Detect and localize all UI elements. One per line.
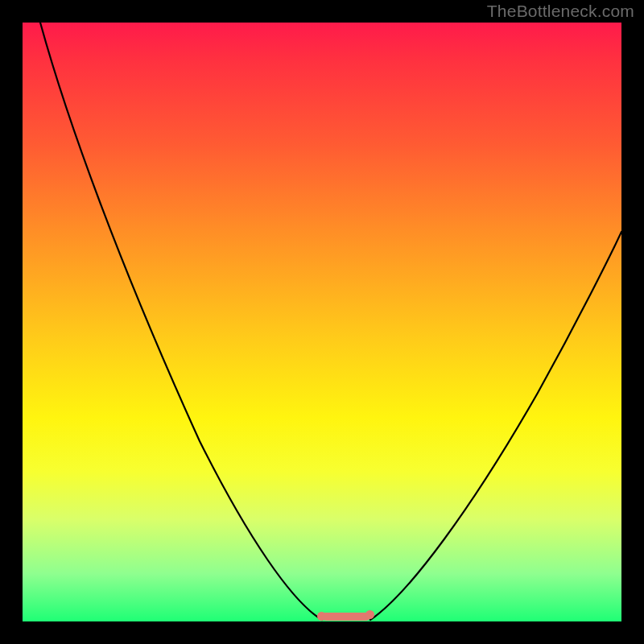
chart-container xyxy=(0,0,644,644)
chart-plot-area xyxy=(23,23,621,621)
curve-left-branch xyxy=(40,23,322,620)
attribution-watermark: TheBottleneck.com xyxy=(487,2,634,21)
bottleneck-curve xyxy=(23,23,621,621)
curve-right-branch xyxy=(370,232,621,620)
valley-flat-segment xyxy=(322,613,370,621)
valley-end-dot xyxy=(365,610,374,619)
